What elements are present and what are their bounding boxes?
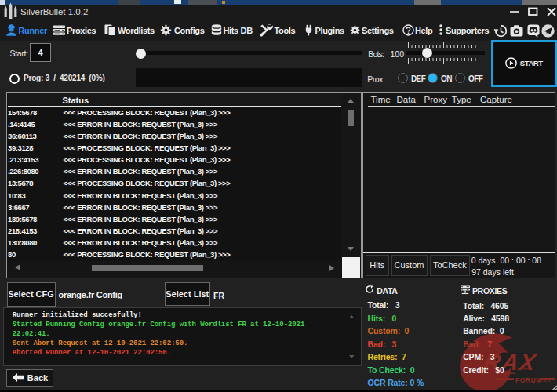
svg-text:FORUM: FORUM [515, 376, 542, 384]
